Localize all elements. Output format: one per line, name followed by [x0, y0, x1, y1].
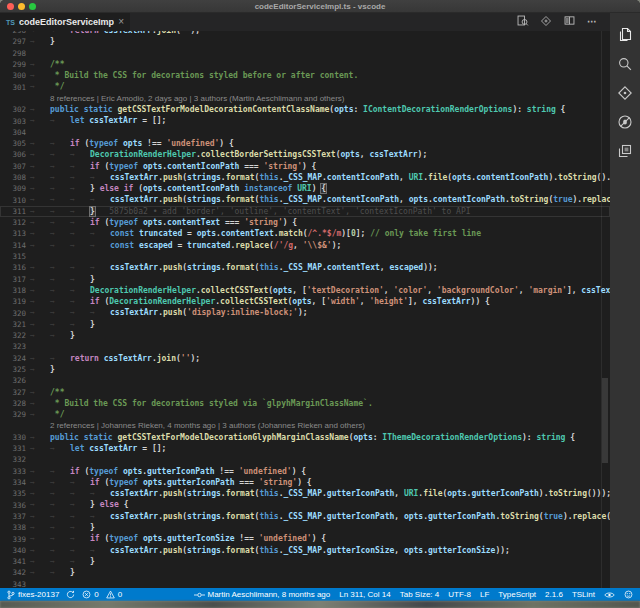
line-number[interactable]: 307	[0, 162, 26, 171]
line-number[interactable]: 302	[0, 105, 26, 114]
editor-scrollbar[interactable]	[602, 378, 608, 463]
code-line-329[interactable]: 329→ */	[0, 409, 610, 420]
line-number[interactable]: 338	[0, 523, 26, 532]
line-number[interactable]: 334	[0, 478, 26, 487]
debug-icon[interactable]	[617, 113, 634, 130]
code-line-301[interactable]: 301→ */	[0, 81, 610, 92]
close-tab-icon[interactable]: ×	[118, 17, 124, 27]
code-line-300[interactable]: 300→ * Build the CSS for decorations sty…	[0, 70, 610, 81]
line-number[interactable]: 326	[0, 376, 26, 385]
code-line-309[interactable]: 309→→→} else if (opts.contentIconPath in…	[0, 183, 610, 194]
code-line-332[interactable]: 332	[0, 454, 610, 465]
line-number[interactable]: 341	[0, 557, 26, 566]
code-line-335[interactable]: 335→→→→cssTextArr.push(strings.format(th…	[0, 488, 610, 499]
line-number[interactable]: 310	[0, 196, 26, 205]
code-line-322[interactable]: 322→→}	[0, 330, 610, 341]
line-number[interactable]: 312	[0, 218, 26, 227]
line-number[interactable]: 314	[0, 241, 26, 250]
code-line-327[interactable]: 327→/**	[0, 387, 610, 398]
tab-codeeditorserviceimpl[interactable]: TS codeEditorServiceImpl.ts ×	[0, 13, 131, 31]
codelens-row[interactable]: 8 references | Eric Amodio, 2 days ago |…	[0, 93, 610, 104]
status-ln-311-col-14[interactable]: Ln 311, Col 14	[339, 590, 390, 599]
line-number[interactable]: 342	[0, 568, 26, 577]
code-line-339[interactable]: 339→→→if (typeof opts.gutterIconSize !==…	[0, 533, 610, 544]
code-line-297[interactable]: 297→}	[0, 36, 610, 47]
code-line-328[interactable]: 328→ * Build the CSS for decorations sty…	[0, 398, 610, 409]
status-2-1-6[interactable]: 2.1.6	[545, 590, 563, 599]
source-control-icon[interactable]	[617, 84, 634, 101]
code-line-303[interactable]: 303→→let cssTextArr = [];	[0, 115, 610, 126]
code-line-306[interactable]: 306→→→DecorationRenderHelper.collectBord…	[0, 149, 610, 160]
line-number[interactable]: 320	[0, 309, 26, 318]
code-line-342[interactable]: 342→→}	[0, 567, 610, 578]
code-line-325[interactable]: 325→}	[0, 364, 610, 375]
extensions-icon[interactable]	[617, 142, 634, 159]
code-line-333[interactable]: 333→→if (typeof opts.gutterIconPath !== …	[0, 466, 610, 477]
code-line-337[interactable]: 337→→→→cssTextArr.push(strings.format(th…	[0, 511, 610, 522]
line-number[interactable]: 327	[0, 388, 26, 397]
code-line-298[interactable]: 298	[0, 48, 610, 59]
line-number[interactable]: 329	[0, 410, 26, 419]
code-line-336[interactable]: 336→→→} else {	[0, 499, 610, 510]
line-number[interactable]: 299	[0, 60, 26, 69]
more-actions-icon[interactable]: ⋯	[587, 17, 598, 27]
files-icon[interactable]	[617, 26, 634, 43]
status-sync[interactable]	[66, 590, 75, 599]
code-line-313[interactable]: 313→→→→const truncated = opts.contentTex…	[0, 228, 610, 239]
status-warning[interactable]: 0	[106, 590, 122, 599]
line-number[interactable]: 309	[0, 184, 26, 193]
code-line-311[interactable]: 311→→→} 5875b0a2 • add 'border', 'outlin…	[0, 206, 610, 217]
line-number[interactable]: 333	[0, 467, 26, 476]
status-utf-8[interactable]: UTF-8	[448, 590, 471, 599]
line-number[interactable]: 317	[0, 275, 26, 284]
status-lf[interactable]: LF	[480, 590, 489, 599]
code-line-330[interactable]: 330→public static getCSSTextForModelDeco…	[0, 432, 610, 443]
code-line-307[interactable]: 307→→→if (typeof opts.contentIconPath ==…	[0, 161, 610, 172]
line-number[interactable]: 316	[0, 263, 26, 272]
line-number[interactable]: 337	[0, 512, 26, 521]
code-line-310[interactable]: 310→→→→cssTextArr.push(strings.format(th…	[0, 194, 610, 205]
line-number[interactable]: 315	[0, 252, 26, 261]
code-line-319[interactable]: 319→→→if (DecorationRenderHelper.collect…	[0, 296, 610, 307]
code-line-334[interactable]: 334→→→if (typeof opts.gutterIconPath ===…	[0, 477, 610, 488]
line-number[interactable]: 340	[0, 546, 26, 555]
open-preview-icon[interactable]	[516, 13, 529, 31]
line-number[interactable]: 300	[0, 71, 26, 80]
code-line-318[interactable]: 318→→→DecorationRenderHelper.collectCSST…	[0, 285, 610, 296]
code-line-317[interactable]: 317→→→}	[0, 274, 610, 285]
code-line-326[interactable]: 326	[0, 375, 610, 386]
code-line-323[interactable]: 323	[0, 341, 610, 352]
line-number[interactable]: 298	[0, 49, 26, 58]
line-number[interactable]: 311	[0, 207, 26, 216]
code-line-320[interactable]: 320→→→→cssTextArr.push('display:inline-b…	[0, 307, 610, 318]
line-number[interactable]: 322	[0, 331, 26, 340]
code-line-341[interactable]: 341→→→}	[0, 556, 610, 567]
status-eye[interactable]	[604, 591, 615, 599]
code-line-308[interactable]: 308→→→→cssTextArr.push(strings.format(th…	[0, 172, 610, 183]
search-icon[interactable]	[617, 55, 634, 72]
line-number[interactable]: 328	[0, 399, 26, 408]
line-number[interactable]: 304	[0, 128, 26, 137]
line-number[interactable]: 324	[0, 354, 26, 363]
line-number[interactable]: 318	[0, 286, 26, 295]
code-line-305[interactable]: 305→→if (typeof opts !== 'undefined') {	[0, 138, 610, 149]
code-line-321[interactable]: 321→→→}	[0, 319, 610, 330]
code-line-338[interactable]: 338→→→}	[0, 522, 610, 533]
status-commit[interactable]: Martin Aeschlimann, 8 months ago	[194, 590, 331, 599]
line-number[interactable]: 305	[0, 139, 26, 148]
line-number[interactable]: 308	[0, 173, 26, 182]
code-line-302[interactable]: 302→public static getCSSTextForModelDeco…	[0, 104, 610, 115]
line-number[interactable]: 301	[0, 83, 26, 92]
line-number[interactable]: 306	[0, 150, 26, 159]
line-number[interactable]: 296	[0, 31, 26, 35]
code-line-299[interactable]: 299→/**	[0, 59, 610, 70]
line-number[interactable]: 303	[0, 117, 26, 126]
line-number[interactable]: 323	[0, 342, 26, 351]
status-branch[interactable]: fixes-20137	[7, 590, 59, 600]
code-line-312[interactable]: 312→→→if (typeof opts.contentText === 's…	[0, 217, 610, 228]
git-compare-icon[interactable]	[540, 13, 552, 31]
status-error[interactable]: 0	[82, 590, 98, 599]
code-line-304[interactable]: 304	[0, 127, 610, 138]
line-number[interactable]: 335	[0, 489, 26, 498]
code-line-316[interactable]: 316→→→→cssTextArr.push(strings.format(th…	[0, 262, 610, 273]
